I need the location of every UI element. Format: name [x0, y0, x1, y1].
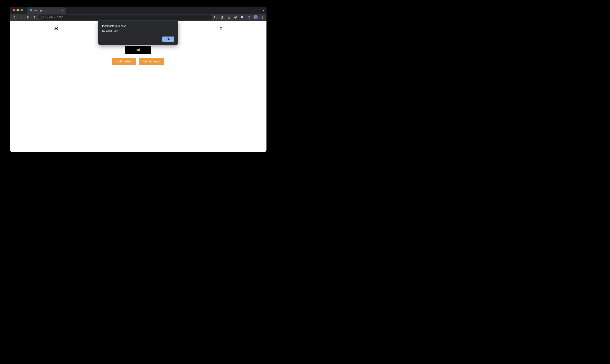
window-minimize-button[interactable]: [16, 9, 19, 11]
svg-rect-4: [248, 16, 250, 18]
zoom-icon[interactable]: [213, 15, 218, 19]
tab-close-button[interactable]: [61, 10, 64, 12]
side-panel-icon[interactable]: [247, 15, 251, 19]
login-button[interactable]: login: [125, 46, 151, 54]
back-button[interactable]: [12, 15, 17, 20]
svg-point-8: [262, 18, 263, 19]
window-controls: [13, 9, 23, 11]
svg-point-6: [262, 16, 263, 16]
site-info-icon[interactable]: i: [41, 16, 44, 19]
profile-avatar[interactable]: [254, 15, 258, 19]
url-text: localhost:3000: [45, 16, 63, 19]
vite-favicon-icon: [29, 9, 33, 12]
titlebar-right: [262, 7, 265, 15]
titlebar: Vite App: [10, 7, 267, 14]
home-button[interactable]: [32, 15, 37, 20]
alert-ok-button[interactable]: OK: [162, 37, 174, 42]
call-public-button[interactable]: call /public: [112, 58, 136, 65]
alert-actions: OK: [102, 37, 174, 42]
forward-button[interactable]: [18, 15, 24, 20]
share-icon[interactable]: [220, 15, 224, 19]
page-content: S xxxxxxxxxxxxxxxxxxxxxxxxxxxxxxxxxxxxxx…: [10, 21, 267, 152]
kebab-menu-icon[interactable]: [260, 15, 265, 19]
address-bar[interactable]: i localhost:3000: [39, 14, 212, 20]
tab-title: Vite App: [34, 9, 61, 12]
browser-window: Vite App i localho: [10, 7, 267, 152]
url-host: localhost: [45, 16, 56, 19]
svg-marker-0: [30, 9, 32, 12]
extensions-puzzle-icon[interactable]: [240, 15, 244, 19]
svg-point-3: [235, 17, 236, 18]
heading-suffix: t: [220, 26, 222, 32]
call-button-row: call /public call /private: [112, 58, 164, 65]
tab-search-button[interactable]: [262, 7, 265, 15]
window-close-button[interactable]: [13, 9, 15, 11]
js-alert-dialog: localhost:3000 says No current user OK: [98, 21, 178, 45]
toolbar: i localhost:3000: [10, 14, 267, 21]
reload-button[interactable]: [25, 15, 30, 20]
toolbar-right: [213, 15, 265, 19]
bookmark-star-icon[interactable]: [227, 15, 231, 19]
alert-title: localhost:3000 says: [102, 24, 174, 27]
svg-point-7: [262, 17, 263, 18]
window-fullscreen-button[interactable]: [20, 9, 23, 11]
call-private-button[interactable]: call /private: [139, 58, 164, 65]
alert-message: No current user: [102, 29, 174, 32]
alert-backdrop: localhost:3000 says No current user OK: [10, 21, 267, 152]
browser-tab[interactable]: Vite App: [27, 7, 67, 14]
new-tab-button[interactable]: [69, 8, 73, 13]
url-path: :3000: [56, 16, 63, 19]
extension-circle-icon[interactable]: [233, 15, 238, 19]
heading-prefix: S: [54, 26, 58, 32]
